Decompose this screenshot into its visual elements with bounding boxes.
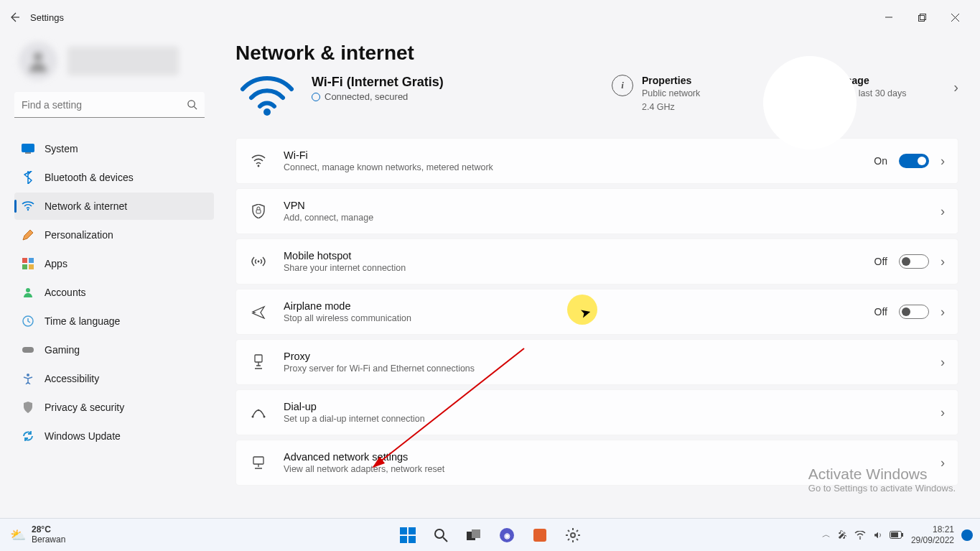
page-title: Network & internet xyxy=(235,42,958,65)
taskbar-apps: ◉ xyxy=(394,522,587,549)
proxy-icon xyxy=(249,354,268,370)
profile-section[interactable] xyxy=(14,34,214,88)
window-controls xyxy=(872,6,971,29)
nav-label: Personalization xyxy=(45,229,113,241)
svg-point-22 xyxy=(258,261,260,263)
svg-rect-43 xyxy=(902,533,903,537)
search-button[interactable] xyxy=(427,522,454,549)
task-view-button[interactable] xyxy=(460,522,487,549)
svg-line-34 xyxy=(443,537,447,542)
svg-rect-44 xyxy=(891,532,898,537)
back-button[interactable] xyxy=(9,11,20,23)
wifi-large-icon xyxy=(235,75,299,118)
app-button[interactable] xyxy=(526,522,554,549)
svg-point-6 xyxy=(188,101,195,107)
nav-label: Apps xyxy=(45,258,67,269)
info-icon: i xyxy=(612,75,633,96)
toggle-state: Off xyxy=(874,306,887,318)
nav-system[interactable]: System xyxy=(14,135,214,162)
card-advanced[interactable]: Advanced network settingsView all networ… xyxy=(235,440,958,486)
bluetooth-icon xyxy=(22,171,34,184)
card-title: Mobile hotspot xyxy=(284,250,859,261)
temperature: 28°C xyxy=(32,525,65,535)
svg-line-7 xyxy=(194,106,197,109)
chevron-right-icon: › xyxy=(941,305,945,320)
clock[interactable]: 18:2129/09/2022 xyxy=(911,524,954,545)
nav-apps[interactable]: Apps xyxy=(14,250,214,277)
nav-personalization[interactable]: Personalization xyxy=(14,221,214,249)
properties-line: 2.4 GHz xyxy=(642,101,700,114)
hotspot-toggle[interactable] xyxy=(899,254,929,269)
main-content: Network & internet Wi-Fi (Internet Grati… xyxy=(223,34,980,518)
nav-bluetooth[interactable]: Bluetooth & devices xyxy=(14,164,214,191)
svg-rect-21 xyxy=(256,210,261,213)
svg-point-5 xyxy=(34,52,42,61)
svg-point-24 xyxy=(252,416,254,418)
svg-rect-30 xyxy=(409,527,416,534)
nav-label: Privacy & security xyxy=(45,402,124,413)
connection-name: Wi-Fi (Internet Gratis) xyxy=(312,75,570,90)
card-subtitle: Share your internet connection xyxy=(284,263,859,273)
maximize-button[interactable] xyxy=(905,6,938,29)
nav-label: System xyxy=(45,143,78,154)
nav-label: Network & internet xyxy=(45,200,127,212)
connection-info[interactable]: Wi-Fi (Internet Gratis) Connected, secur… xyxy=(312,75,570,102)
card-dialup[interactable]: Dial-upSet up a dial-up internet connect… xyxy=(235,389,958,435)
svg-point-33 xyxy=(435,529,444,538)
search-input[interactable] xyxy=(14,92,205,118)
card-wifi[interactable]: Wi-FiConnect, manage known networks, met… xyxy=(235,138,958,184)
svg-rect-39 xyxy=(533,529,546,542)
notification-badge[interactable] xyxy=(961,529,973,541)
tray-chevron-icon[interactable]: ︿ xyxy=(822,529,831,541)
card-title: Wi-Fi xyxy=(284,149,858,161)
search-icon xyxy=(187,99,197,110)
close-button[interactable] xyxy=(938,6,971,29)
wifi-toggle[interactable] xyxy=(899,154,929,168)
svg-rect-1 xyxy=(918,15,924,21)
card-hotspot[interactable]: Mobile hotspotShare your internet connec… xyxy=(235,239,958,284)
card-proxy[interactable]: ProxyProxy server for Wi-Fi and Ethernet… xyxy=(235,339,958,385)
card-vpn[interactable]: VPNAdd, connect, manage › xyxy=(235,188,958,234)
teams-button[interactable]: ◉ xyxy=(493,522,521,549)
nav-accounts[interactable]: Accounts xyxy=(14,279,214,306)
toggle-state: On xyxy=(874,155,887,167)
svg-rect-2 xyxy=(920,14,925,19)
connection-status: Connected, secured xyxy=(312,91,570,102)
card-title: Advanced network settings xyxy=(284,451,925,463)
mic-icon[interactable]: 🎤︎ xyxy=(838,529,847,540)
svg-point-40 xyxy=(571,533,575,537)
properties-line: Public network xyxy=(642,88,700,100)
chevron-right-icon[interactable]: › xyxy=(953,79,958,96)
nav-update[interactable]: Windows Update xyxy=(14,422,214,450)
svg-rect-17 xyxy=(22,347,34,353)
properties-block[interactable]: i Properties Public network 2.4 GHz xyxy=(612,75,770,114)
card-subtitle: View all network adapters, network reset xyxy=(284,464,925,474)
nav-gaming[interactable]: Gaming xyxy=(14,336,214,364)
taskbar: ⛅ 28°CBerawan ◉ ︿ 🎤︎ 🔉︎ 18:2129/09/2022 xyxy=(0,518,980,551)
start-button[interactable] xyxy=(394,522,421,549)
toggle-state: Off xyxy=(874,256,887,267)
settings-button[interactable] xyxy=(559,522,587,549)
nav-time[interactable]: Time & language xyxy=(14,307,214,335)
wifi-tray-icon[interactable] xyxy=(854,531,866,540)
account-icon xyxy=(22,286,34,299)
nav-accessibility[interactable]: Accessibility xyxy=(14,365,214,392)
airplane-toggle[interactable] xyxy=(899,305,929,319)
volume-icon[interactable]: 🔉︎ xyxy=(873,529,882,540)
minimize-button[interactable] xyxy=(872,6,905,29)
svg-rect-29 xyxy=(400,527,407,534)
chevron-right-icon: › xyxy=(941,154,945,169)
card-title: Proxy xyxy=(284,351,925,362)
nav-network[interactable]: Network & internet xyxy=(14,193,214,220)
svg-rect-27 xyxy=(253,457,263,464)
dialup-icon xyxy=(249,407,268,418)
clock-icon xyxy=(22,315,34,328)
wifi-icon xyxy=(249,154,268,167)
wifi-icon xyxy=(22,200,34,213)
nav-privacy[interactable]: Privacy & security xyxy=(14,394,214,421)
gaming-icon xyxy=(22,343,34,356)
svg-rect-14 xyxy=(29,264,34,269)
battery-icon[interactable] xyxy=(890,531,904,539)
taskbar-weather[interactable]: ⛅ 28°CBerawan xyxy=(10,525,65,545)
chevron-right-icon: › xyxy=(941,204,945,219)
